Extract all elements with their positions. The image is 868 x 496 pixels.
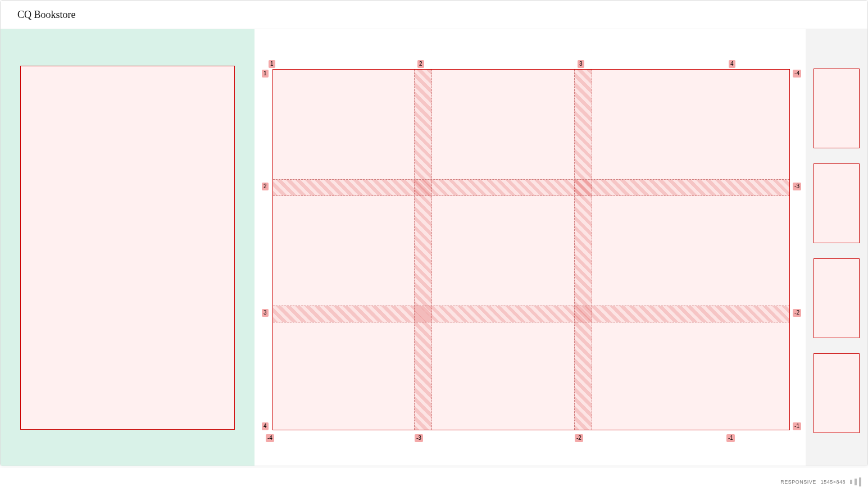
responsive-bar-1 xyxy=(850,480,852,484)
responsive-bar-3 xyxy=(859,477,861,486)
status-size: 1545×848 xyxy=(821,479,846,485)
responsive-icon[interactable] xyxy=(850,477,861,486)
app-title: CQ Bookstore xyxy=(17,9,76,21)
column-gap-2 xyxy=(574,70,592,430)
status-responsive: responsive xyxy=(780,479,816,485)
col-label-bottom-2: -3 xyxy=(415,434,423,442)
col-label-top-1: 1 xyxy=(269,60,275,68)
header: CQ Bookstore xyxy=(1,1,867,29)
responsive-bar-2 xyxy=(855,479,857,485)
row-label-right-1: -4 xyxy=(793,70,801,78)
left-placeholder[interactable] xyxy=(20,66,235,430)
row-label-left-1: 1 xyxy=(262,70,269,78)
right-thumb-4[interactable] xyxy=(814,353,860,433)
row-label-right-3: -2 xyxy=(793,309,801,317)
row-label-right-2: -3 xyxy=(793,183,801,190)
row-gap-1 xyxy=(273,179,789,196)
row-label-right-4: -1 xyxy=(793,422,801,430)
status-bar: responsive 1545×848 xyxy=(0,468,868,496)
content-body: 1 2 3 4 -4 -3 -2 -1 1 2 3 4 -4 -3 -2 -1 xyxy=(1,29,867,466)
row-label-left-4: 4 xyxy=(262,422,269,430)
right-pane xyxy=(806,29,867,466)
col-label-bottom-1: -4 xyxy=(266,434,274,442)
center-pane: 1 2 3 4 -4 -3 -2 -1 1 2 3 4 -4 -3 -2 -1 xyxy=(255,29,806,466)
col-label-top-4: 4 xyxy=(729,60,735,68)
column-gap-1 xyxy=(414,70,432,430)
right-thumb-1[interactable] xyxy=(814,69,860,148)
col-label-bottom-4: -1 xyxy=(726,434,735,442)
left-pane xyxy=(1,29,255,466)
row-gap-2 xyxy=(273,306,789,322)
col-label-top-2: 2 xyxy=(417,60,424,68)
row-label-left-3: 3 xyxy=(262,309,269,317)
row-label-left-2: 2 xyxy=(262,183,269,190)
grid-area[interactable] xyxy=(272,69,790,430)
app-frame: CQ Bookstore 1 2 3 4 -4 -3 -2 -1 1 xyxy=(0,0,868,466)
col-label-top-3: 3 xyxy=(578,60,584,68)
right-thumb-3[interactable] xyxy=(814,258,860,338)
right-thumb-2[interactable] xyxy=(814,163,860,243)
status-bar-right: responsive 1545×848 xyxy=(780,477,861,486)
col-label-bottom-3: -2 xyxy=(575,434,583,442)
